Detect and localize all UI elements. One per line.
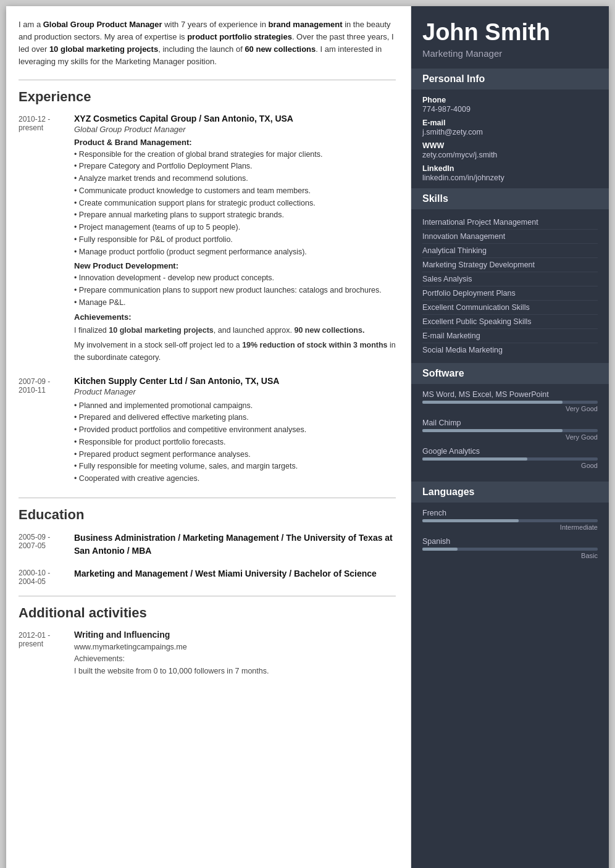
activity-entry-0: 2012-01 -present Writing and Influencing… xyxy=(19,630,396,677)
lang-label-1: Basic xyxy=(422,552,598,559)
software-name-0: MS Word, MS Excel, MS PowerPoint xyxy=(422,390,598,399)
exp-content-0: XYZ Cosmetics Capital Group / San Antoni… xyxy=(74,114,396,364)
profile-header: John Smith Marketing Manager xyxy=(411,6,609,69)
software-item-0: MS Word, MS Excel, MS PowerPoint Very Go… xyxy=(422,390,598,412)
software-item-2: Google Analytics Good xyxy=(422,447,598,469)
edu-content-0: Business Administration / Marketing Mana… xyxy=(74,532,396,557)
software-name-1: Mail Chimp xyxy=(422,419,598,427)
experience-entry-1: 2007-09 -2010-11 Kitchen Supply Center L… xyxy=(19,376,396,485)
lang-bar-bg-1 xyxy=(422,548,598,551)
exp-bullet: • Prepare annual marketing plans to supp… xyxy=(74,209,396,221)
lang-bar-bg-0 xyxy=(422,519,598,522)
exp-bullet: • Innovation development - develop new p… xyxy=(74,272,396,284)
exp-bullet: • Analyze market trends and recommend so… xyxy=(74,173,396,185)
exp-bullet: • Responsible for the creation of global… xyxy=(74,149,396,161)
act-date-0: 2012-01 -present xyxy=(19,630,74,677)
phone-value: 774-987-4009 xyxy=(422,105,598,114)
lang-item-1: Spanish Basic xyxy=(422,537,598,559)
personal-info-section: Personal Info Phone 774-987-4009 E-mail … xyxy=(411,69,609,188)
personal-info-block: Phone 774-987-4009 E-mail j.smith@zety.c… xyxy=(411,96,609,188)
exp-achievement-1: My involvement in a stock sell-off proje… xyxy=(74,339,396,364)
experience-section: Experience 2010-12 -present XYZ Cosmetic… xyxy=(19,89,396,485)
activities-section: Additional activities 2012-01 -present W… xyxy=(19,605,396,677)
software-bar-fill-2 xyxy=(422,457,527,461)
exp-content-1: Kitchen Supply Center Ltd / San Antonio,… xyxy=(74,376,396,485)
section-divider-activities xyxy=(19,596,396,596)
personal-info-title: Personal Info xyxy=(411,69,609,90)
exp-bullet: • Manage product portfolio (product segm… xyxy=(74,246,396,258)
languages-title: Languages xyxy=(411,482,609,503)
exp-company-0: XYZ Cosmetics Capital Group / San Antoni… xyxy=(74,114,396,123)
exp-company-1: Kitchen Supply Center Ltd / San Antonio,… xyxy=(74,376,396,386)
left-column: I am a Global Group Product Manager with… xyxy=(6,6,411,868)
exp-bullet: • Fully responsible for meeting volume, … xyxy=(74,461,396,472)
skill-item-2: Analytical Thinking xyxy=(422,244,598,258)
skills-section: Skills International Project Management … xyxy=(411,188,609,363)
lang-bar-fill-0 xyxy=(422,519,519,522)
exp-bullet: • Create communication support plans for… xyxy=(74,198,396,209)
act-title-0: Writing and Influencing xyxy=(74,630,396,640)
lang-name-0: French xyxy=(422,509,598,517)
exp-subsection-product: Product & Brand Management: xyxy=(74,138,396,147)
skill-item-3: Marketing Strategy Development xyxy=(422,258,598,272)
act-detail-0: www.mymarketingcampaings.me xyxy=(74,641,396,653)
software-section: Software MS Word, MS Excel, MS PowerPoin… xyxy=(411,363,609,482)
experience-title: Experience xyxy=(19,89,396,105)
languages-section: Languages French Intermediate Spanish Ba… xyxy=(411,482,609,575)
exp-date-0: 2010-12 -present xyxy=(19,114,74,364)
software-bar-fill-1 xyxy=(422,429,563,432)
skill-item-0: International Project Management xyxy=(422,215,598,230)
lang-name-1: Spanish xyxy=(422,537,598,546)
skill-item-8: E-mail Marketing xyxy=(422,329,598,343)
software-item-1: Mail Chimp Very Good xyxy=(422,419,598,441)
skill-item-1: Innovation Management xyxy=(422,230,598,244)
summary-text: I am a Global Group Product Manager with… xyxy=(19,19,396,69)
skills-title: Skills xyxy=(411,188,609,209)
email-label: E-mail xyxy=(422,119,598,127)
skill-item-5: Portfolio Deployment Plans xyxy=(422,286,598,301)
software-bar-bg-0 xyxy=(422,401,598,404)
phone-label: Phone xyxy=(422,96,598,104)
edu-date-0: 2005-09 -2007-05 xyxy=(19,532,74,557)
education-title: Education xyxy=(19,507,396,523)
exp-bullet: • Prepared product segment performance a… xyxy=(74,449,396,461)
exp-bullet: • Communicate product knowledge to custo… xyxy=(74,185,396,197)
profile-role: Marketing Manager xyxy=(422,48,598,59)
www-label: WWW xyxy=(422,141,598,150)
exp-achievement-0: I finalized 10 global marketing projects… xyxy=(74,324,396,336)
software-label-2: Good xyxy=(422,462,598,469)
exp-title-0: Global Group Product Manager xyxy=(74,125,396,134)
exp-bullet: • Prepare Category and Portfolio Deploym… xyxy=(74,161,396,172)
act-detail-1: Achievements: xyxy=(74,653,396,665)
exp-bullet: • Responsible for product portfolio fore… xyxy=(74,436,396,448)
activities-title: Additional activities xyxy=(19,605,396,621)
exp-subsection-achievements: Achievements: xyxy=(74,312,396,322)
experience-entry-0: 2010-12 -present XYZ Cosmetics Capital G… xyxy=(19,114,396,364)
lang-bar-fill-1 xyxy=(422,548,458,551)
exp-subsection-newproduct: New Product Development: xyxy=(74,261,396,270)
linkedin-value: linkedin.com/in/johnzety xyxy=(422,173,598,182)
section-divider-experience xyxy=(19,80,396,80)
skill-item-9: Social Media Marketing xyxy=(422,343,598,357)
right-column: John Smith Marketing Manager Personal In… xyxy=(411,6,609,868)
software-list: MS Word, MS Excel, MS PowerPoint Very Go… xyxy=(411,390,609,482)
lang-label-0: Intermediate xyxy=(422,524,598,531)
edu-date-1: 2000-10 -2004-05 xyxy=(19,567,74,586)
linkedin-label: LinkedIn xyxy=(422,164,598,173)
email-value: j.smith@zety.com xyxy=(422,128,598,136)
software-bar-bg-2 xyxy=(422,457,598,461)
software-name-2: Google Analytics xyxy=(422,447,598,456)
exp-bullet: • Provided product portfolios and compet… xyxy=(74,424,396,436)
skill-item-6: Excellent Communication Skills xyxy=(422,301,598,315)
lang-item-0: French Intermediate xyxy=(422,509,598,531)
act-detail-2: I built the website from 0 to 10,000 fol… xyxy=(74,666,396,677)
exp-bullet: • Prepare communication plans to support… xyxy=(74,285,396,296)
education-entry-1: 2000-10 -2004-05 Marketing and Managemen… xyxy=(19,567,396,586)
resume-container: I am a Global Group Product Manager with… xyxy=(6,6,609,868)
skill-item-4: Sales Analysis xyxy=(422,272,598,286)
exp-bullet: • Fully responsible for P&L of product p… xyxy=(74,234,396,246)
software-label-1: Very Good xyxy=(422,433,598,441)
lang-list: French Intermediate Spanish Basic xyxy=(411,509,609,575)
education-entry-0: 2005-09 -2007-05 Business Administration… xyxy=(19,532,396,557)
exp-bullet: • Project management (teams of up to 5 p… xyxy=(74,222,396,233)
